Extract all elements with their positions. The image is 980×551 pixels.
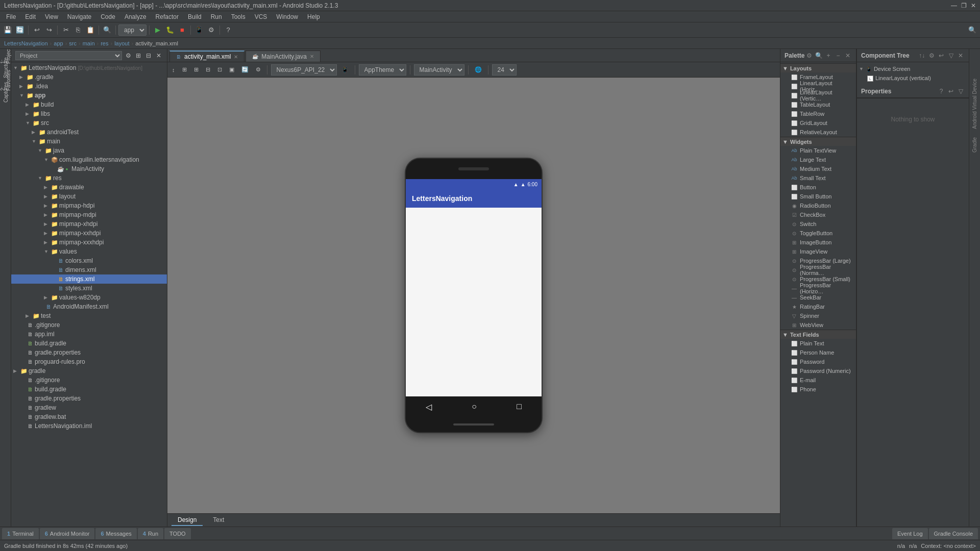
menu-navigate[interactable]: Navigate	[63, 12, 95, 21]
nav-crumb-app[interactable]: app	[54, 40, 63, 46]
tree-drawable-folder[interactable]: ▶ 📁 drawable	[11, 183, 167, 192]
tree-mipmap-hdpi-folder[interactable]: ▶ 📁 mipmap-hdpi	[11, 201, 167, 210]
todo-tab[interactable]: TODO	[164, 528, 191, 539]
palette-webview[interactable]: ⊞ WebView	[780, 320, 856, 330]
palette-checkbox[interactable]: ☑ CheckBox	[780, 210, 856, 219]
ct-settings-btn[interactable]: ⚙	[927, 52, 936, 60]
menu-vcs[interactable]: VCS	[251, 12, 272, 21]
palette-medium-text[interactable]: Ab Medium Text	[780, 164, 856, 173]
copy-button[interactable]: ⎘	[72, 24, 84, 36]
device-orientation-btn[interactable]: 📱	[339, 64, 351, 76]
tree-dimens-file[interactable]: 🗎 dimens.xml	[11, 265, 167, 274]
palette-ratingbar[interactable]: ★ RatingBar	[780, 302, 856, 311]
palette-switch[interactable]: ⊙ Switch	[780, 219, 856, 229]
avd-button[interactable]: 📱	[193, 24, 205, 36]
gradle-tab[interactable]: Gradle	[970, 133, 979, 157]
ct-sort-btn[interactable]: ↑↓	[918, 52, 926, 60]
palette-close-btn[interactable]: ✕	[844, 52, 852, 60]
tree-src-folder[interactable]: ▼ 📁 src	[11, 118, 167, 128]
tree-idea-folder[interactable]: ▶ 📁 .idea	[11, 82, 167, 91]
tab-mainactivity-close[interactable]: ✕	[310, 54, 314, 59]
nav-crumb-layout[interactable]: layout	[114, 40, 129, 46]
phone-back-btn[interactable]: ◁	[426, 402, 432, 412]
messages-tab[interactable]: 6 Messages	[95, 528, 136, 539]
tree-buildgradle-file[interactable]: 🗎 build.gradle	[11, 339, 167, 348]
menu-tools[interactable]: Tools	[227, 12, 250, 21]
gradle-console-tab[interactable]: Gradle Console	[929, 528, 978, 539]
design-toggle-render[interactable]: ▣	[227, 64, 237, 76]
props-undo-btn[interactable]: ↩	[947, 87, 955, 95]
tree-appiml-file[interactable]: 🗎 app.iml	[11, 330, 167, 339]
app-module-dropdown[interactable]: app	[118, 24, 146, 36]
palette-togglebutton[interactable]: ⊙ ToggleButton	[780, 229, 856, 238]
canvas-area[interactable]: ▲ ▲ 6:00 LettersNavigation ◁ ○ □	[167, 78, 780, 513]
nav-crumb-file[interactable]: activity_main.xml	[135, 40, 178, 46]
palette-small-text[interactable]: Ab Small Text	[780, 173, 856, 183]
tree-mipmap-xhdpi-folder[interactable]: ▶ 📁 mipmap-xhdpi	[11, 219, 167, 229]
menu-refactor[interactable]: Refactor	[152, 12, 183, 21]
save-button[interactable]: 💾	[2, 24, 13, 36]
menu-run[interactable]: Run	[207, 12, 226, 21]
palette-phone[interactable]: ⬜ Phone	[780, 385, 856, 394]
find-button[interactable]: 🔍	[102, 24, 113, 36]
tree-app-folder[interactable]: ▼ 📁 app	[11, 91, 167, 100]
design-refresh[interactable]: 🔄	[239, 64, 251, 76]
tree-gradleprops-file[interactable]: 🗎 gradle.properties	[11, 348, 167, 357]
tree-androidtest-folder[interactable]: ▶ 📁 androidTest	[11, 128, 167, 137]
phone-home-btn[interactable]: ○	[472, 402, 477, 411]
palette-section-layouts[interactable]: ▼ Layouts	[780, 63, 856, 72]
tree-root-gitignore[interactable]: 🗎 .gitignore	[11, 375, 167, 385]
tree-package-folder[interactable]: ▼ 📦 com.liuguilin.lettersnavigation	[11, 155, 167, 164]
props-filter-btn[interactable]: ▽	[957, 87, 965, 95]
phone-recents-btn[interactable]: □	[517, 402, 522, 411]
android-monitor-tab[interactable]: 6 Android Monitor	[40, 528, 95, 539]
tab-text[interactable]: Text	[207, 515, 230, 526]
tab-activity-main-xml[interactable]: 🗎 activity_main.xml ✕	[169, 51, 244, 62]
tree-mainactivity-file[interactable]: ☕ ● MainActivity	[11, 164, 167, 173]
palette-section-textfields[interactable]: ▼ Text Fields	[780, 330, 856, 339]
tree-values-w820dp-folder[interactable]: ▶ 📁 values-w820dp	[11, 293, 167, 302]
design-settings[interactable]: ⚙	[253, 64, 263, 76]
palette-spinner[interactable]: ▽ Spinner	[780, 311, 856, 320]
tree-mipmap-xxhdpi-folder[interactable]: ▶ 📁 mipmap-xxhdpi	[11, 229, 167, 238]
design-fit-screen[interactable]: ⊡	[215, 64, 225, 76]
design-zoom-out[interactable]: ⊟	[203, 64, 213, 76]
tree-layout-folder[interactable]: ▶ 📁 layout	[11, 192, 167, 201]
palette-section-widgets[interactable]: ▼ Widgets	[780, 137, 856, 146]
tree-strings-file[interactable]: 🗎 strings.xml	[11, 274, 167, 284]
tab-activity-main-close[interactable]: ✕	[234, 54, 238, 60]
tree-test-folder[interactable]: ▶ 📁 test	[11, 311, 167, 320]
menu-build[interactable]: Build	[184, 12, 206, 21]
device-dropdown[interactable]: Nexus6P_API_22	[271, 64, 337, 76]
tree-colors-file[interactable]: 🗎 colors.xml	[11, 256, 167, 265]
side-captures-tab[interactable]: Captures	[1, 88, 10, 97]
design-pan-tool[interactable]: ⊞	[180, 64, 189, 76]
props-question-btn[interactable]: ?	[937, 87, 945, 95]
palette-search-btn[interactable]: 🔍	[815, 52, 823, 60]
menu-edit[interactable]: Edit	[21, 12, 40, 21]
palette-collapse-btn[interactable]: −	[834, 52, 842, 60]
terminal-tab[interactable]: 1 Terminal	[2, 528, 39, 539]
tree-gradle-folder[interactable]: ▶ 📁 .gradle	[11, 72, 167, 82]
project-panel-expand[interactable]: ⊞	[134, 52, 142, 60]
palette-imagebutton[interactable]: ⊞ ImageButton	[780, 238, 856, 247]
ct-undo-btn[interactable]: ↩	[937, 52, 945, 60]
menu-window[interactable]: Window	[272, 12, 302, 21]
project-panel-collapse[interactable]: ⊟	[144, 52, 153, 60]
undo-button[interactable]: ↩	[31, 24, 42, 36]
palette-person-name[interactable]: ⬜ Person Name	[780, 348, 856, 357]
palette-small-button[interactable]: ⬜ Small Button	[780, 192, 856, 201]
nav-crumb-root[interactable]: LettersNavigation	[4, 40, 48, 46]
palette-expand-btn[interactable]: +	[824, 52, 832, 60]
tree-mipmap-mdpi-folder[interactable]: ▶ 📁 mipmap-mdpi	[11, 210, 167, 219]
tree-root-buildgradle[interactable]: 🗎 build.gradle	[11, 385, 167, 394]
activity-dropdown[interactable]: MainActivity	[414, 64, 464, 76]
minimize-button[interactable]: —	[951, 2, 957, 9]
ct-filter-btn[interactable]: ▽	[947, 52, 955, 60]
palette-gridlayout[interactable]: ⬜ GridLayout	[780, 118, 856, 128]
help-button[interactable]: ?	[223, 24, 234, 36]
palette-password[interactable]: ⬜ Password	[780, 357, 856, 366]
tab-design[interactable]: Design	[172, 515, 203, 526]
android-virtual-device-tab[interactable]: Android Virtual Device	[970, 74, 979, 133]
tree-java-folder[interactable]: ▼ 📁 java	[11, 146, 167, 155]
